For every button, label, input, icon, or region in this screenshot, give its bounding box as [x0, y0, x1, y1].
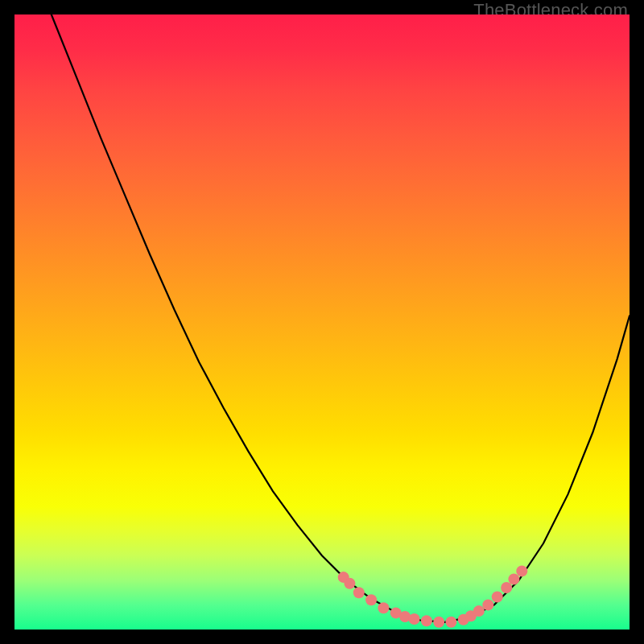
- plot-area: [14, 14, 630, 630]
- highlight-dot: [378, 602, 389, 613]
- highlight-dot: [501, 582, 512, 593]
- highlight-dot: [433, 617, 444, 628]
- highlight-dot: [344, 578, 355, 589]
- highlight-dot: [353, 587, 365, 598]
- bottleneck-curve: [52, 14, 630, 622]
- highlight-dot: [516, 565, 527, 576]
- highlight-dot: [421, 615, 432, 626]
- curve-svg: [14, 14, 630, 630]
- highlight-dot: [473, 605, 485, 617]
- highlight-dot: [409, 613, 420, 625]
- chart-container: TheBottleneck.com: [0, 0, 644, 644]
- highlight-dot: [482, 599, 493, 610]
- highlight-dots: [338, 565, 528, 627]
- highlight-dot: [492, 592, 503, 603]
- highlight-dot: [445, 617, 456, 628]
- highlight-dot: [508, 573, 519, 584]
- highlight-dot: [365, 594, 377, 605]
